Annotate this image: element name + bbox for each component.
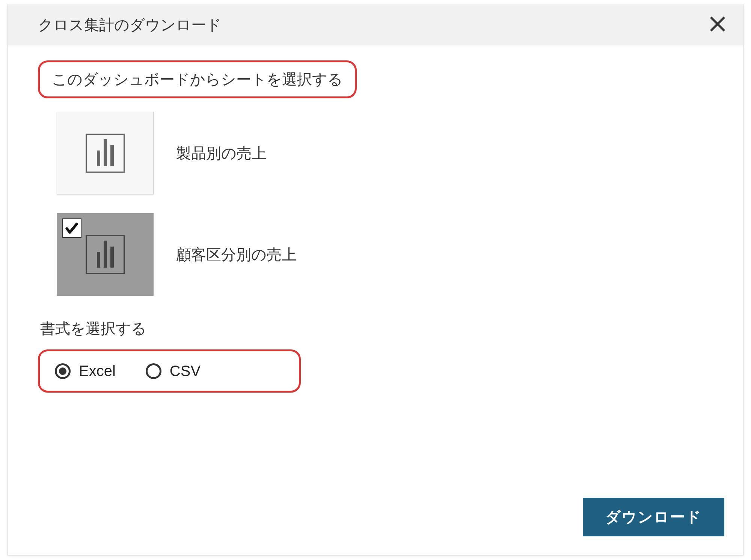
dialog-footer: ダウンロード [583, 498, 724, 536]
dialog-body: このダッシュボードからシートを選択する 製品別の売上 [8, 45, 743, 404]
bar-chart-icon [86, 235, 125, 274]
crosstab-download-dialog: クロス集計のダウンロード このダッシュボードからシートを選択する 製品別の [8, 4, 743, 555]
format-heading: 書式を選択する [40, 318, 713, 339]
sheet-item-0[interactable]: 製品別の売上 [57, 112, 713, 194]
close-icon [709, 16, 726, 34]
sheet-thumbnail [57, 112, 154, 194]
sheet-label: 製品別の売上 [176, 143, 267, 164]
download-button[interactable]: ダウンロード [583, 498, 724, 536]
highlight-select-sheet: このダッシュボードからシートを選択する [38, 60, 357, 98]
radio-excel[interactable]: Excel [55, 363, 116, 379]
close-button[interactable] [707, 14, 728, 35]
sheet-item-1[interactable]: 顧客区分別の売上 [57, 213, 713, 296]
sheet-thumbnail [57, 213, 154, 296]
radio-icon [55, 363, 71, 379]
radio-icon [146, 363, 161, 379]
dialog-header: クロス集計のダウンロード [8, 4, 743, 45]
sheet-label: 顧客区分別の売上 [176, 244, 297, 265]
radio-csv[interactable]: CSV [146, 363, 201, 379]
sheets-list: 製品別の売上 顧客区分別の売上 [57, 112, 713, 296]
highlight-format-options: Excel CSV [38, 349, 301, 393]
radio-csv-label: CSV [170, 363, 201, 379]
dialog-title: クロス集計のダウンロード [38, 15, 222, 35]
radio-excel-label: Excel [79, 363, 116, 379]
selected-check-icon [62, 218, 81, 238]
format-section: 書式を選択する Excel CSV [38, 318, 713, 393]
bar-chart-icon [86, 134, 125, 173]
select-sheet-heading: このダッシュボードからシートを選択する [52, 69, 343, 90]
